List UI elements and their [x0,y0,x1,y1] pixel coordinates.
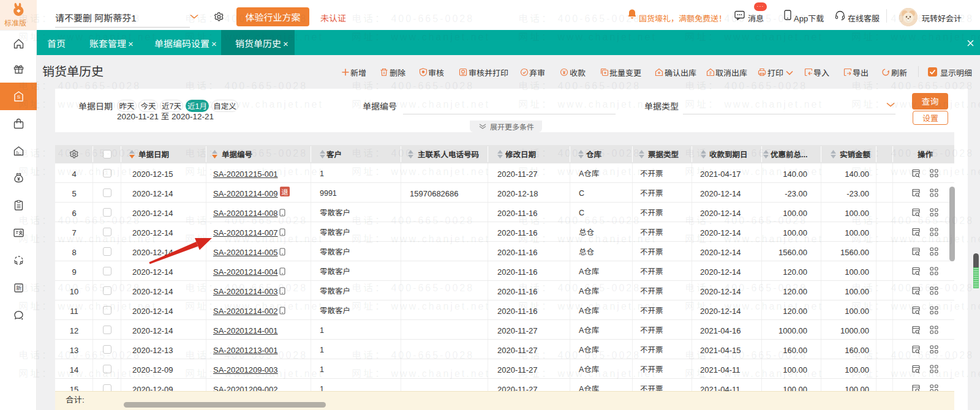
svg-text:新: 新 [16,284,21,292]
svg-text:S: S [17,94,20,100]
